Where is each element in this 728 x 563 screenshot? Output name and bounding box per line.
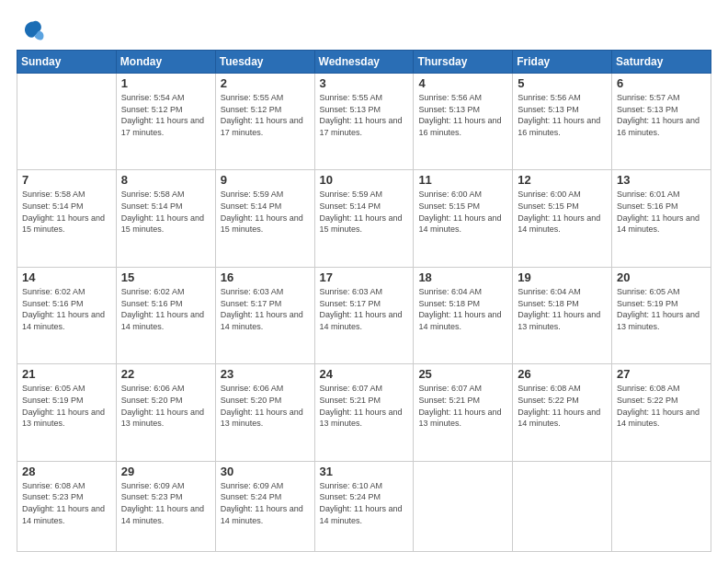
- weekday-header: Friday: [513, 51, 612, 74]
- calendar-week-row: 21Sunrise: 6:05 AMSunset: 5:19 PMDayligh…: [17, 364, 711, 461]
- calendar-header-row: SundayMondayTuesdayWednesdayThursdayFrid…: [17, 51, 711, 74]
- day-info: Sunrise: 5:59 AMSunset: 5:14 PMDaylight:…: [221, 189, 310, 235]
- calendar-cell: 9Sunrise: 5:59 AMSunset: 5:14 PMDaylight…: [215, 170, 314, 267]
- calendar-cell: 23Sunrise: 6:06 AMSunset: 5:20 PMDayligh…: [215, 364, 314, 461]
- day-info: Sunrise: 6:06 AMSunset: 5:20 PMDaylight:…: [121, 383, 210, 429]
- calendar-cell: 5Sunrise: 5:56 AMSunset: 5:13 PMDaylight…: [513, 74, 612, 170]
- day-info: Sunrise: 6:03 AMSunset: 5:17 PMDaylight:…: [320, 286, 409, 332]
- calendar-cell: 2Sunrise: 5:55 AMSunset: 5:12 PMDaylight…: [215, 74, 314, 170]
- day-number: 25: [418, 367, 507, 381]
- day-info: Sunrise: 5:55 AMSunset: 5:12 PMDaylight:…: [221, 92, 310, 138]
- calendar-cell: 20Sunrise: 6:05 AMSunset: 5:19 PMDayligh…: [612, 267, 711, 363]
- day-number: 24: [320, 367, 409, 381]
- day-number: 3: [320, 76, 409, 90]
- day-info: Sunrise: 6:07 AMSunset: 5:21 PMDaylight:…: [418, 383, 507, 429]
- day-info: Sunrise: 6:05 AMSunset: 5:19 PMDaylight:…: [617, 286, 706, 332]
- day-number: 28: [22, 465, 111, 478]
- calendar-cell: 13Sunrise: 6:01 AMSunset: 5:16 PMDayligh…: [612, 170, 711, 267]
- weekday-header: Saturday: [612, 51, 711, 74]
- day-number: 2: [221, 76, 310, 90]
- day-number: 13: [617, 173, 706, 187]
- calendar-cell: 7Sunrise: 5:58 AMSunset: 5:14 PMDaylight…: [17, 170, 117, 267]
- day-info: Sunrise: 6:01 AMSunset: 5:16 PMDaylight:…: [617, 189, 706, 235]
- calendar-cell: 22Sunrise: 6:06 AMSunset: 5:20 PMDayligh…: [116, 364, 215, 461]
- day-number: 9: [221, 173, 310, 187]
- day-number: 20: [617, 270, 706, 284]
- day-number: 21: [22, 367, 111, 381]
- calendar-week-row: 7Sunrise: 5:58 AMSunset: 5:14 PMDaylight…: [17, 170, 711, 267]
- weekday-header: Wednesday: [314, 51, 414, 74]
- day-number: 18: [418, 270, 507, 284]
- day-info: Sunrise: 6:00 AMSunset: 5:15 PMDaylight:…: [418, 189, 507, 235]
- calendar-cell: 19Sunrise: 6:04 AMSunset: 5:18 PMDayligh…: [513, 267, 612, 363]
- day-info: Sunrise: 6:04 AMSunset: 5:18 PMDaylight:…: [418, 286, 507, 332]
- calendar-cell: [612, 461, 711, 551]
- day-info: Sunrise: 6:06 AMSunset: 5:20 PMDaylight:…: [221, 383, 310, 429]
- logo-icon: [20, 18, 46, 44]
- day-number: 22: [121, 367, 210, 381]
- calendar-cell: [17, 74, 117, 170]
- calendar-cell: 26Sunrise: 6:08 AMSunset: 5:22 PMDayligh…: [513, 364, 612, 461]
- day-info: Sunrise: 5:58 AMSunset: 5:14 PMDaylight:…: [22, 189, 111, 235]
- calendar-cell: 21Sunrise: 6:05 AMSunset: 5:19 PMDayligh…: [17, 364, 117, 461]
- day-number: 4: [418, 76, 507, 90]
- calendar-cell: 1Sunrise: 5:54 AMSunset: 5:12 PMDaylight…: [116, 74, 215, 170]
- day-info: Sunrise: 5:57 AMSunset: 5:13 PMDaylight:…: [617, 92, 706, 138]
- weekday-header: Tuesday: [215, 51, 314, 74]
- calendar-week-row: 28Sunrise: 6:08 AMSunset: 5:23 PMDayligh…: [17, 461, 711, 551]
- calendar-cell: [414, 461, 513, 551]
- day-number: 11: [418, 173, 507, 187]
- day-info: Sunrise: 5:55 AMSunset: 5:13 PMDaylight:…: [320, 92, 409, 138]
- day-number: 15: [121, 270, 210, 284]
- day-number: 29: [121, 465, 210, 478]
- day-info: Sunrise: 6:04 AMSunset: 5:18 PMDaylight:…: [518, 286, 607, 332]
- day-info: Sunrise: 6:09 AMSunset: 5:23 PMDaylight:…: [121, 480, 210, 526]
- calendar-cell: 16Sunrise: 6:03 AMSunset: 5:17 PMDayligh…: [215, 267, 314, 363]
- day-number: 31: [320, 465, 409, 478]
- day-number: 23: [221, 367, 310, 381]
- day-info: Sunrise: 6:09 AMSunset: 5:24 PMDaylight:…: [221, 480, 310, 526]
- calendar-cell: 8Sunrise: 5:58 AMSunset: 5:14 PMDaylight…: [116, 170, 215, 267]
- day-number: 7: [22, 173, 111, 187]
- calendar-week-row: 1Sunrise: 5:54 AMSunset: 5:12 PMDaylight…: [17, 74, 711, 170]
- calendar-cell: 25Sunrise: 6:07 AMSunset: 5:21 PMDayligh…: [414, 364, 513, 461]
- day-number: 5: [518, 76, 607, 90]
- page: SundayMondayTuesdayWednesdayThursdayFrid…: [0, 0, 728, 563]
- day-number: 10: [320, 173, 409, 187]
- calendar-cell: 15Sunrise: 6:02 AMSunset: 5:16 PMDayligh…: [116, 267, 215, 363]
- day-number: 1: [121, 76, 210, 90]
- day-number: 6: [617, 76, 706, 90]
- day-number: 17: [320, 270, 409, 284]
- day-number: 16: [221, 270, 310, 284]
- calendar-cell: 6Sunrise: 5:57 AMSunset: 5:13 PMDaylight…: [612, 74, 711, 170]
- weekday-header: Thursday: [414, 51, 513, 74]
- day-info: Sunrise: 6:08 AMSunset: 5:23 PMDaylight:…: [22, 480, 111, 526]
- calendar-table: SundayMondayTuesdayWednesdayThursdayFrid…: [17, 50, 711, 552]
- day-info: Sunrise: 6:00 AMSunset: 5:15 PMDaylight:…: [518, 189, 607, 235]
- day-info: Sunrise: 5:59 AMSunset: 5:14 PMDaylight:…: [320, 189, 409, 235]
- day-info: Sunrise: 6:08 AMSunset: 5:22 PMDaylight:…: [617, 383, 706, 429]
- day-info: Sunrise: 6:07 AMSunset: 5:21 PMDaylight:…: [320, 383, 409, 429]
- day-info: Sunrise: 6:08 AMSunset: 5:22 PMDaylight:…: [518, 383, 607, 429]
- day-info: Sunrise: 5:58 AMSunset: 5:14 PMDaylight:…: [121, 189, 210, 235]
- day-number: 26: [518, 367, 607, 381]
- day-info: Sunrise: 6:05 AMSunset: 5:19 PMDaylight:…: [22, 383, 111, 429]
- header: [17, 15, 711, 44]
- logo: [17, 18, 46, 44]
- day-number: 14: [22, 270, 111, 284]
- day-number: 30: [221, 465, 310, 478]
- calendar-cell: 18Sunrise: 6:04 AMSunset: 5:18 PMDayligh…: [414, 267, 513, 363]
- calendar-cell: 4Sunrise: 5:56 AMSunset: 5:13 PMDaylight…: [414, 74, 513, 170]
- calendar-cell: 14Sunrise: 6:02 AMSunset: 5:16 PMDayligh…: [17, 267, 117, 363]
- day-number: 27: [617, 367, 706, 381]
- calendar-week-row: 14Sunrise: 6:02 AMSunset: 5:16 PMDayligh…: [17, 267, 711, 363]
- calendar-cell: 17Sunrise: 6:03 AMSunset: 5:17 PMDayligh…: [314, 267, 414, 363]
- calendar-cell: 28Sunrise: 6:08 AMSunset: 5:23 PMDayligh…: [17, 461, 117, 551]
- day-number: 12: [518, 173, 607, 187]
- day-info: Sunrise: 6:03 AMSunset: 5:17 PMDaylight:…: [221, 286, 310, 332]
- calendar-cell: 27Sunrise: 6:08 AMSunset: 5:22 PMDayligh…: [612, 364, 711, 461]
- weekday-header: Sunday: [17, 51, 117, 74]
- calendar-cell: 24Sunrise: 6:07 AMSunset: 5:21 PMDayligh…: [314, 364, 414, 461]
- calendar-cell: 11Sunrise: 6:00 AMSunset: 5:15 PMDayligh…: [414, 170, 513, 267]
- day-info: Sunrise: 5:54 AMSunset: 5:12 PMDaylight:…: [121, 92, 210, 138]
